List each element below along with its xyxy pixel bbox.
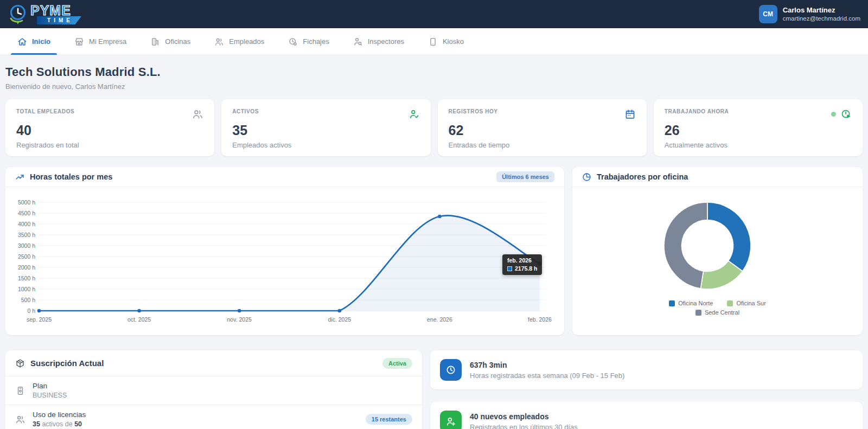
clock-icon bbox=[288, 37, 298, 47]
stat-label: TRABAJANDO AHORA bbox=[665, 108, 729, 114]
legend-item-oficina-norte[interactable]: Oficina Norte bbox=[669, 300, 713, 306]
stat-value: 26 bbox=[665, 123, 852, 138]
svg-text:3500 h: 3500 h bbox=[18, 232, 35, 238]
home-icon bbox=[17, 37, 27, 47]
stat-sub: Entradas de tiempo bbox=[449, 141, 636, 149]
app-logo[interactable]: PYME TIME bbox=[8, 2, 81, 26]
stat-sub: Empleados activos bbox=[232, 141, 419, 149]
tab-inspectores[interactable]: Inspectores bbox=[343, 28, 414, 55]
stat-label: REGISTROS HOY bbox=[449, 108, 498, 114]
tab-label: Mi Empresa bbox=[89, 37, 126, 46]
legend-swatch bbox=[727, 300, 733, 306]
tab-label: Fichajes bbox=[303, 37, 329, 46]
plan-row: Plan BUSINESS bbox=[5, 376, 422, 405]
charts-row: Horas totales por mes Últimos 6 meses 0 … bbox=[5, 167, 863, 335]
stat-card-trabajando-ahora: TRABAJANDO AHORA 26 Actualmente activos bbox=[654, 99, 863, 156]
tab-label: Oficinas bbox=[165, 37, 190, 46]
live-status-dot bbox=[831, 112, 836, 117]
legend-label: Sede Central bbox=[705, 309, 739, 316]
tab-mi-empresa[interactable]: Mi Empresa bbox=[65, 28, 136, 55]
svg-text:1500 h: 1500 h bbox=[18, 275, 35, 281]
licenses-label: Uso de licencias bbox=[33, 411, 359, 419]
tab-oficinas[interactable]: Oficinas bbox=[141, 28, 200, 55]
stats-row: TOTAL EMPLEADOS 40 Registrados en total … bbox=[5, 99, 863, 156]
tab-kiosko[interactable]: Kiosko bbox=[418, 28, 474, 55]
stat-sub: Actualmente activos bbox=[665, 141, 852, 149]
stat-card-registros-hoy: REGISTROS HOY 62 Entradas de tiempo bbox=[438, 99, 647, 156]
bottom-row: Suscripción Actual Activa Plan BUSINESS … bbox=[5, 350, 863, 429]
svg-text:5000 h: 5000 h bbox=[18, 199, 35, 206]
pie-chart-icon bbox=[582, 172, 591, 182]
user-plus-icon bbox=[440, 411, 462, 429]
tab-label: Kiosko bbox=[443, 37, 464, 46]
logo-line2: TIME bbox=[37, 16, 81, 24]
stat-label: ACTIVOS bbox=[232, 108, 259, 114]
licenses-row: Uso de licencias 35 activos de 50 15 res… bbox=[5, 405, 422, 429]
user-check-icon bbox=[409, 108, 420, 120]
trending-up-icon bbox=[15, 172, 24, 182]
subscription-title: Suscripción Actual bbox=[30, 358, 377, 368]
licenses-value: 35 activos de 50 bbox=[33, 420, 359, 428]
page-title: Tech Solutions Madrid S.L. bbox=[5, 65, 863, 79]
svg-text:ene. 2026: ene. 2026 bbox=[427, 316, 452, 323]
svg-text:4000 h: 4000 h bbox=[18, 221, 35, 227]
office-chart-title: Trabajadores por oficina bbox=[597, 172, 853, 181]
tab-label: Inicio bbox=[32, 37, 50, 46]
office-chart-card: Trabajadores por oficina Oficina Norte O… bbox=[572, 167, 863, 335]
tab-fichajes[interactable]: Fichajes bbox=[278, 28, 339, 55]
svg-text:sep. 2025: sep. 2025 bbox=[27, 316, 52, 323]
tab-label: Inspectores bbox=[368, 37, 404, 46]
new-employees-value: 40 nuevos empleados bbox=[470, 412, 578, 421]
svg-text:4500 h: 4500 h bbox=[18, 210, 35, 216]
legend-item-oficina-sur[interactable]: Oficina Sur bbox=[727, 300, 765, 306]
legend-label: Oficina Norte bbox=[678, 300, 713, 306]
store-icon bbox=[74, 37, 84, 47]
hours-chart-card: Horas totales por mes Últimos 6 meses 0 … bbox=[5, 167, 564, 335]
user-menu[interactable]: CM Carlos Martínez cmartinez@techmadrid.… bbox=[759, 5, 860, 23]
donut-legend: Oficina Norte Oficina Sur Sede Central bbox=[572, 300, 863, 316]
svg-text:dic. 2025: dic. 2025 bbox=[328, 316, 351, 323]
legend-item-sede-central[interactable]: Sede Central bbox=[695, 309, 739, 316]
tooltip-swatch bbox=[507, 266, 512, 271]
chart-tooltip: feb. 2026 2175.8 h bbox=[502, 254, 542, 275]
svg-text:oct. 2025: oct. 2025 bbox=[127, 316, 151, 323]
tooltip-title: feb. 2026 bbox=[507, 257, 537, 264]
stat-value: 35 bbox=[232, 123, 419, 138]
tab-inicio[interactable]: Inicio bbox=[8, 28, 60, 55]
stat-sub: Registrados en total bbox=[16, 141, 203, 149]
svg-text:2500 h: 2500 h bbox=[18, 253, 35, 260]
office-donut-chart: Oficina Norte Oficina Sur Sede Central bbox=[572, 187, 863, 316]
clock-play-icon bbox=[840, 108, 852, 120]
new-employees-card: 40 nuevos empleados Registrados en los ú… bbox=[430, 402, 863, 429]
page-subtitle: Bienvenido de nuevo, Carlos Martínez bbox=[5, 82, 863, 91]
hours-chart-title: Horas totales por mes bbox=[30, 172, 491, 181]
svg-text:3000 h: 3000 h bbox=[18, 242, 35, 249]
legend-swatch bbox=[695, 310, 701, 316]
tab-empleados[interactable]: Empleados bbox=[205, 28, 274, 55]
calendar-icon bbox=[624, 108, 636, 120]
id-card-icon bbox=[15, 386, 25, 396]
legend-swatch bbox=[669, 300, 675, 306]
main-tabbar: Inicio Mi Empresa Oficinas Empleados Fic… bbox=[0, 28, 868, 55]
svg-text:feb. 2026: feb. 2026 bbox=[528, 316, 552, 323]
svg-text:0 h: 0 h bbox=[27, 308, 35, 314]
user-name: Carlos Martínez bbox=[783, 6, 860, 15]
stat-card-activos: ACTIVOS 35 Empleados activos bbox=[221, 99, 430, 156]
tablet-icon bbox=[428, 37, 438, 47]
users-icon bbox=[15, 414, 25, 425]
subscription-card: Suscripción Actual Activa Plan BUSINESS … bbox=[5, 350, 422, 429]
summary-column: 637h 3min Horas registradas esta semana … bbox=[430, 350, 863, 429]
user-search-icon bbox=[353, 37, 363, 47]
weekly-hours-sub: Horas registradas esta semana (09 Feb - … bbox=[470, 372, 624, 380]
clock-logo-icon bbox=[8, 2, 29, 26]
building-icon bbox=[150, 37, 160, 47]
range-badge[interactable]: Últimos 6 meses bbox=[496, 171, 554, 182]
plan-value: BUSINESS bbox=[33, 392, 412, 399]
stat-label: TOTAL EMPLEADOS bbox=[16, 108, 74, 114]
remaining-badge: 15 restantes bbox=[366, 414, 412, 425]
stat-card-total-empleados: TOTAL EMPLEADOS 40 Registrados en total bbox=[5, 99, 214, 156]
hours-chart: 0 h500 h1000 h1500 h2000 h2500 h3000 h35… bbox=[5, 187, 564, 329]
plan-label: Plan bbox=[33, 382, 412, 390]
avatar: CM bbox=[759, 5, 777, 23]
clock-icon bbox=[440, 359, 462, 381]
